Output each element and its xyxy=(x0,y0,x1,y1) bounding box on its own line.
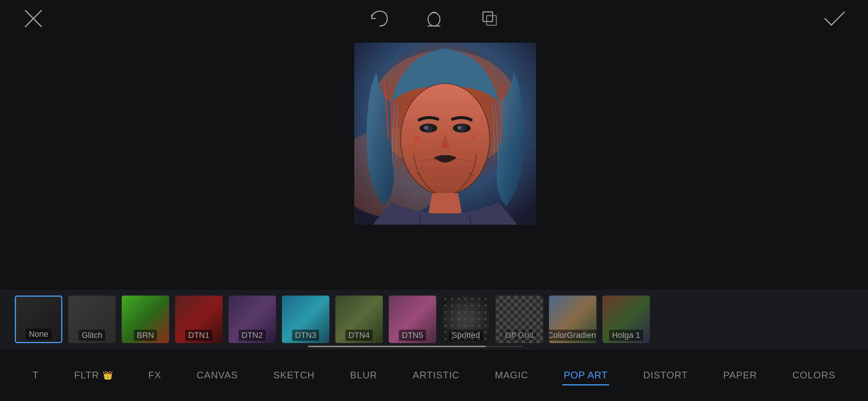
filter-thumb-dtn5: DTN5 xyxy=(389,296,436,343)
nav-label-artistic: ARTISTIC xyxy=(413,369,460,381)
filter-thumb-colorgradient: ColorGradient xyxy=(549,296,596,343)
nav-label-sketch: SKETCH xyxy=(273,369,315,381)
filter-label-dtn4: DTN4 xyxy=(345,330,372,341)
filter-label-spotted: Spotted xyxy=(449,330,483,341)
close-button[interactable] xyxy=(22,7,45,30)
filter-item-offgrid[interactable]: Off Grid xyxy=(496,296,543,343)
filter-label-none: None xyxy=(26,329,52,340)
nav-item-popart[interactable]: POP ART xyxy=(556,366,615,385)
filter-item-none[interactable]: None xyxy=(15,296,62,343)
filter-thumb-offgrid: Off Grid xyxy=(496,296,543,343)
top-toolbar xyxy=(0,0,868,37)
filter-item-spotted[interactable]: Spotted xyxy=(442,296,490,343)
canvas-area xyxy=(0,37,868,230)
filter-thumb-brn: BRN xyxy=(122,296,169,343)
nav-label-t: T xyxy=(33,369,39,381)
filter-label-colorgradient: ColorGradient xyxy=(549,330,596,341)
filter-thumb-holga1: Holga 1 xyxy=(602,296,650,343)
filter-item-dtn1[interactable]: DTN1 xyxy=(175,296,223,343)
svg-point-15 xyxy=(424,126,428,130)
filter-label-brn: BRN xyxy=(134,330,157,341)
svg-point-16 xyxy=(457,126,461,130)
filter-item-dtn5[interactable]: DTN5 xyxy=(389,296,436,343)
nav-item-magic[interactable]: MAGIC xyxy=(487,366,536,385)
filter-item-dtn2[interactable]: DTN2 xyxy=(228,296,276,343)
nav-item-fltr[interactable]: FLTR👑 xyxy=(67,366,120,385)
toolbar-center xyxy=(367,7,501,30)
svg-point-2 xyxy=(428,13,440,26)
nav-label-fltr: FLTR xyxy=(74,369,99,381)
filter-label-dtn5: DTN5 xyxy=(399,330,426,341)
nav-label-blur: BLUR xyxy=(350,369,377,381)
nav-label-fx: FX xyxy=(148,369,161,381)
filter-thumb-dtn3: DTN3 xyxy=(282,296,329,343)
eraser-button[interactable] xyxy=(423,7,445,30)
nav-item-distort[interactable]: DISTORT xyxy=(636,366,695,385)
filter-item-holga1[interactable]: Holga 1 xyxy=(602,296,650,343)
scroll-indicator xyxy=(345,346,523,347)
nav-item-fx[interactable]: FX xyxy=(141,366,169,385)
nav-item-paper[interactable]: PAPER xyxy=(716,366,765,385)
layers-button[interactable] xyxy=(479,7,501,30)
nav-item-sketch[interactable]: SKETCH xyxy=(266,366,322,385)
bottom-nav: TFLTR👑FXCANVASSKETCHBLURARTISTICMAGICPOP… xyxy=(0,349,868,401)
nav-label-magic: MAGIC xyxy=(495,369,528,381)
filter-label-dtn3: DTN3 xyxy=(292,330,319,341)
filter-thumb-dtn2: DTN2 xyxy=(228,296,276,343)
svg-rect-4 xyxy=(483,12,493,22)
nav-item-blur[interactable]: BLUR xyxy=(343,366,385,385)
undo-button[interactable] xyxy=(367,7,389,30)
nav-item-canvas[interactable]: CANVAS xyxy=(189,366,245,385)
filter-item-dtn3[interactable]: DTN3 xyxy=(282,296,329,343)
filter-thumb-glitch: Glitch xyxy=(68,296,116,343)
filter-thumb-spotted: Spotted xyxy=(442,296,490,343)
nav-item-artistic[interactable]: ARTISTIC xyxy=(405,366,467,385)
nav-label-canvas: CANVAS xyxy=(197,369,238,381)
nav-active-indicator xyxy=(562,384,609,385)
nav-item-t[interactable]: T xyxy=(25,366,46,385)
nav-item-colors[interactable]: COLORS xyxy=(785,366,843,385)
nav-label-popart: POP ART xyxy=(564,369,608,381)
filter-item-glitch[interactable]: Glitch xyxy=(68,296,116,343)
filter-label-dtn2: DTN2 xyxy=(239,330,266,341)
filter-label-dtn1: DTN1 xyxy=(185,330,212,341)
filter-thumb-none: None xyxy=(15,296,62,343)
filter-thumb-dtn4: DTN4 xyxy=(335,296,383,343)
filter-item-colorgradient[interactable]: ColorGradient xyxy=(549,296,596,343)
filter-label-glitch: Glitch xyxy=(79,330,105,341)
scroll-thumb xyxy=(308,346,486,347)
svg-rect-5 xyxy=(487,16,496,25)
filter-thumb-dtn1: DTN1 xyxy=(175,296,223,343)
svg-point-18 xyxy=(414,136,420,142)
main-image xyxy=(354,43,536,225)
filter-item-brn[interactable]: BRN xyxy=(122,296,169,343)
filter-item-dtn4[interactable]: DTN4 xyxy=(335,296,383,343)
svg-point-19 xyxy=(471,135,476,140)
nav-label-colors: COLORS xyxy=(792,369,835,381)
nav-label-paper: PAPER xyxy=(723,369,757,381)
filter-strip: NoneGlitchBRNDTN1DTN2DTN3DTN4DTN5Spotted… xyxy=(0,290,868,349)
svg-point-17 xyxy=(443,144,447,148)
confirm-button[interactable] xyxy=(823,7,846,30)
crown-icon: 👑 xyxy=(103,371,113,380)
nav-label-distort: DISTORT xyxy=(643,369,688,381)
filter-label-offgrid: Off Grid xyxy=(502,330,537,341)
filter-label-holga1: Holga 1 xyxy=(609,330,643,341)
